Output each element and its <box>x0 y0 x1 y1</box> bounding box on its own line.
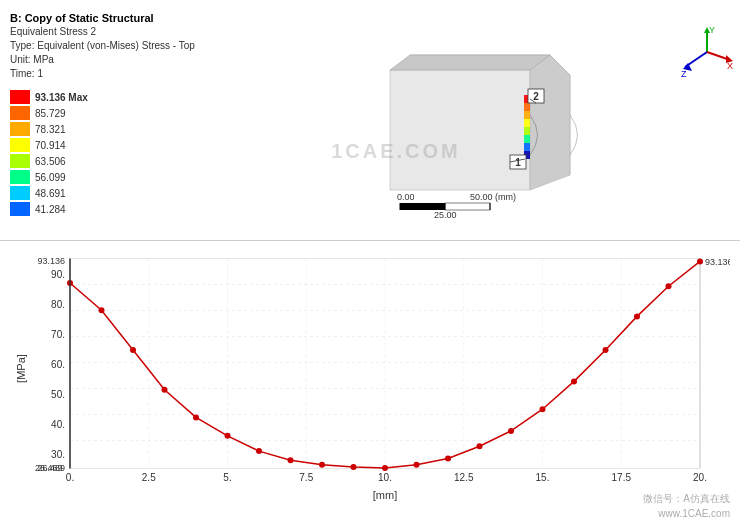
svg-text:70.: 70. <box>51 329 65 340</box>
legend-color-7 <box>10 202 30 216</box>
time-label: Time: 1 <box>10 67 220 81</box>
legend-item-2: 78.321 <box>10 121 220 137</box>
svg-text:25.00: 25.00 <box>434 210 457 220</box>
svg-text:2.5: 2.5 <box>142 472 156 483</box>
data-point-7 <box>288 457 294 463</box>
subtitle1: Equivalent Stress 2 <box>10 25 220 39</box>
data-point-20 <box>697 258 703 264</box>
legend-item-0: 93.136 Max <box>10 89 220 105</box>
legend-label-1: 85.729 <box>35 108 66 119</box>
page-title: B: Copy of Static Structural <box>10 12 220 24</box>
legend-item-6: 48.691 <box>10 185 220 201</box>
svg-text:10.: 10. <box>378 472 392 483</box>
svg-text:17.5: 17.5 <box>612 472 632 483</box>
svg-text:X: X <box>727 61 733 71</box>
part-3d-view: 1 2 0.00 25.00 50.00 (mm) <box>350 35 610 220</box>
legend-color-2 <box>10 122 30 136</box>
svg-rect-10 <box>524 143 530 151</box>
legend-label-5: 56.099 <box>35 172 66 183</box>
svg-rect-6 <box>524 111 530 119</box>
legend-item-4: 63.506 <box>10 153 220 169</box>
top-section: B: Copy of Static Structural Equivalent … <box>0 0 740 240</box>
svg-text:80.: 80. <box>51 299 65 310</box>
bottom-section: 90. 80. 70. 60. 50. 40. 30. 93.136 26.46… <box>0 241 740 521</box>
svg-text:[mm]: [mm] <box>373 489 397 501</box>
watermark-wechat: 微信号：A仿真在线 <box>643 492 730 506</box>
data-point-18 <box>634 313 640 319</box>
data-point-8 <box>319 462 325 468</box>
svg-text:0.: 0. <box>66 472 74 483</box>
legend-label-3: 70.914 <box>35 140 66 151</box>
svg-marker-2 <box>390 55 550 70</box>
svg-text:93.136: 93.136 <box>705 257 730 267</box>
svg-text:[MPa]: [MPa] <box>15 354 27 383</box>
legend-color-6 <box>10 186 30 200</box>
svg-rect-19 <box>445 203 490 210</box>
svg-marker-3 <box>530 55 570 190</box>
legend-label-7: 41.284 <box>35 204 66 215</box>
watermark-url: www.1CAE.com <box>658 508 730 519</box>
data-point-17 <box>603 347 609 353</box>
svg-rect-5 <box>524 103 530 111</box>
legend-label-0: 93.136 Max <box>35 92 88 103</box>
legend-color-4 <box>10 154 30 168</box>
data-point-13 <box>477 443 483 449</box>
data-point-19 <box>666 283 672 289</box>
svg-rect-9 <box>524 135 530 143</box>
svg-text:1: 1 <box>515 157 521 168</box>
svg-text:12.5: 12.5 <box>454 472 474 483</box>
legend-color-1 <box>10 106 30 120</box>
legend-label-2: 78.321 <box>35 124 66 135</box>
data-point-14 <box>508 428 514 434</box>
svg-text:93.136: 93.136 <box>37 256 65 266</box>
svg-text:40.: 40. <box>51 419 65 430</box>
data-point-15 <box>540 406 546 412</box>
legend-label-6: 48.691 <box>35 188 66 199</box>
data-point-1 <box>99 307 105 313</box>
data-point-6 <box>256 448 262 454</box>
chart-area: 90. 80. 70. 60. 50. 40. 30. 93.136 26.46… <box>10 246 730 511</box>
subtitle2: Type: Equivalent (von-Mises) Stress - To… <box>10 39 220 53</box>
svg-text:90.: 90. <box>51 269 65 280</box>
svg-text:20.: 20. <box>693 472 707 483</box>
data-point-3 <box>162 387 168 393</box>
legend-color-0 <box>10 90 30 104</box>
svg-text:0.00: 0.00 <box>397 192 415 202</box>
legend-item-1: 85.729 <box>10 105 220 121</box>
data-point-16 <box>571 378 577 384</box>
svg-text:15.: 15. <box>536 472 550 483</box>
data-point-5 <box>225 433 231 439</box>
viewport: 1 2 0.00 25.00 50.00 (mm) Y Z <box>220 10 740 240</box>
legend-item-7: 41.284 <box>10 201 220 217</box>
svg-rect-7 <box>524 119 530 127</box>
stress-chart: 90. 80. 70. 60. 50. 40. 30. 93.136 26.46… <box>10 246 730 511</box>
legend-color-3 <box>10 138 30 152</box>
legend-item-3: 70.914 <box>10 137 220 153</box>
svg-text:7.5: 7.5 <box>299 472 313 483</box>
legend: 93.136 Max 85.729 78.321 70.914 63.506 5… <box>10 89 220 217</box>
data-point-2 <box>130 347 136 353</box>
unit-label: Unit: MPa <box>10 53 220 67</box>
svg-rect-8 <box>524 127 530 135</box>
data-point-12 <box>445 456 451 462</box>
data-point-9 <box>351 464 357 470</box>
legend-color-5 <box>10 170 30 184</box>
svg-text:60.: 60. <box>51 359 65 370</box>
data-point-11 <box>414 462 420 468</box>
svg-text:Y: Y <box>709 25 715 35</box>
svg-text:30.: 30. <box>51 449 65 460</box>
svg-text:50.00 (mm): 50.00 (mm) <box>470 192 516 202</box>
svg-text:2: 2 <box>533 91 539 102</box>
axes-indicator: Y Z X <box>680 25 735 80</box>
svg-text:5.: 5. <box>223 472 231 483</box>
svg-text:26.469: 26.469 <box>35 463 63 473</box>
svg-text:50.: 50. <box>51 389 65 400</box>
data-point-4 <box>193 414 199 420</box>
svg-text:Z: Z <box>681 69 687 79</box>
svg-marker-1 <box>390 70 530 190</box>
legend-item-5: 56.099 <box>10 169 220 185</box>
data-point-10 <box>382 465 388 471</box>
info-panel: B: Copy of Static Structural Equivalent … <box>10 10 220 240</box>
legend-label-4: 63.506 <box>35 156 66 167</box>
